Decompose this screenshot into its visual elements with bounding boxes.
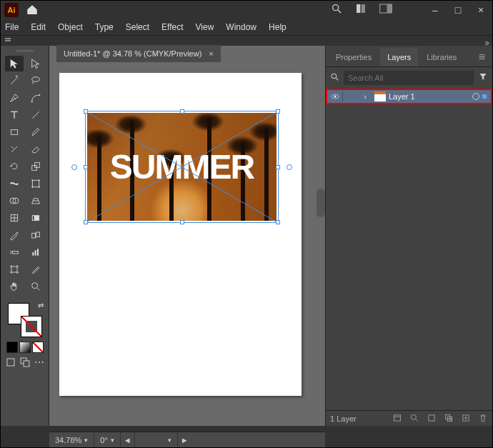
selection-handle[interactable] bbox=[180, 109, 184, 114]
svg-rect-24 bbox=[31, 233, 35, 238]
maximize-button[interactable]: □ bbox=[447, 1, 469, 19]
rotate-view-field[interactable]: 0°▾ bbox=[94, 432, 121, 447]
svg-rect-42 bbox=[394, 414, 400, 420]
disclosure-icon[interactable]: › bbox=[359, 92, 372, 101]
filter-icon[interactable] bbox=[478, 71, 488, 84]
stroke-swatch[interactable] bbox=[21, 316, 42, 337]
symbol-sprayer-tool[interactable] bbox=[5, 244, 24, 260]
shape-builder-tool[interactable] bbox=[5, 193, 24, 209]
selection-handle[interactable] bbox=[84, 109, 88, 114]
toolbar-grip[interactable] bbox=[16, 50, 34, 53]
eraser-tool[interactable] bbox=[26, 141, 45, 157]
content-grabber[interactable] bbox=[71, 164, 77, 170]
eyedropper-tool[interactable] bbox=[5, 227, 24, 243]
clipping-mask-icon[interactable] bbox=[427, 413, 437, 424]
minimize-button[interactable]: – bbox=[424, 1, 447, 19]
arrange-documents-icon[interactable] bbox=[355, 3, 367, 17]
layer-search-input[interactable] bbox=[344, 71, 474, 85]
selection-handle[interactable] bbox=[276, 165, 280, 169]
pen-tool[interactable] bbox=[5, 90, 24, 106]
color-mode-none[interactable] bbox=[32, 342, 44, 353]
shaper-tool[interactable] bbox=[5, 141, 24, 157]
mesh-tool[interactable] bbox=[5, 210, 24, 226]
dock-handle[interactable]: ›› bbox=[1, 36, 492, 44]
menu-object[interactable]: Object bbox=[58, 22, 83, 32]
rectangle-tool[interactable] bbox=[5, 124, 24, 140]
layer-name[interactable]: Layer 1 bbox=[389, 92, 415, 101]
vertical-scrollbar[interactable] bbox=[317, 189, 325, 217]
lasso-tool[interactable] bbox=[26, 73, 45, 89]
artboard-tool[interactable] bbox=[5, 262, 24, 277]
selection-handle[interactable] bbox=[276, 220, 280, 224]
home-icon[interactable] bbox=[26, 4, 39, 16]
tab-properties[interactable]: Properties bbox=[329, 48, 379, 66]
selection-tool[interactable] bbox=[5, 56, 24, 71]
draw-mode-behind[interactable] bbox=[19, 357, 31, 368]
line-segment-tool[interactable] bbox=[26, 107, 45, 123]
svg-rect-25 bbox=[36, 232, 39, 237]
layer-options-icon[interactable] bbox=[392, 413, 402, 424]
zoom-tool[interactable] bbox=[26, 279, 45, 294]
free-transform-tool[interactable] bbox=[26, 176, 45, 191]
new-layer-icon[interactable] bbox=[461, 413, 471, 424]
selection-bounding-box[interactable] bbox=[85, 111, 279, 223]
workspace-switch-icon[interactable] bbox=[379, 4, 392, 16]
svg-rect-30 bbox=[11, 267, 17, 272]
paintbrush-tool[interactable] bbox=[26, 124, 45, 140]
locate-object-icon[interactable] bbox=[409, 413, 419, 424]
zoom-field[interactable]: 34.78%▾ bbox=[49, 432, 94, 447]
search-icon[interactable] bbox=[331, 3, 342, 17]
menu-window[interactable]: Window bbox=[226, 22, 257, 32]
fill-stroke-swatches[interactable]: ⇄ bbox=[6, 302, 44, 339]
color-mode-gradient[interactable] bbox=[19, 342, 31, 353]
menu-view[interactable]: View bbox=[196, 22, 214, 32]
selection-handle[interactable] bbox=[180, 220, 184, 224]
selection-handle[interactable] bbox=[276, 109, 280, 114]
close-button[interactable]: × bbox=[469, 1, 492, 19]
type-tool[interactable] bbox=[5, 107, 24, 123]
color-mode-solid[interactable] bbox=[6, 342, 18, 353]
svg-point-7 bbox=[31, 101, 32, 102]
slice-tool[interactable] bbox=[26, 262, 45, 277]
app-badge: Ai bbox=[4, 3, 19, 17]
perspective-grid-tool[interactable] bbox=[26, 193, 45, 209]
swap-fill-stroke-icon[interactable]: ⇄ bbox=[38, 302, 44, 309]
selection-handle[interactable] bbox=[84, 165, 88, 169]
tab-libraries[interactable]: Libraries bbox=[419, 48, 464, 66]
hand-tool[interactable] bbox=[5, 279, 24, 294]
document-tab[interactable]: Untitled-1* @ 34.78 % (CMYK/Preview) × bbox=[56, 45, 221, 62]
scale-tool[interactable] bbox=[26, 159, 45, 174]
menu-effect[interactable]: Effect bbox=[161, 22, 183, 32]
draw-mode-normal[interactable] bbox=[5, 357, 16, 368]
visibility-icon[interactable] bbox=[327, 91, 343, 101]
menu-type[interactable]: Type bbox=[95, 22, 114, 32]
tab-layers[interactable]: Layers bbox=[380, 48, 418, 66]
artboard-prev-button[interactable]: ◄ bbox=[121, 432, 135, 447]
direct-selection-tool[interactable] bbox=[26, 56, 45, 71]
svg-rect-13 bbox=[32, 180, 39, 186]
selection-handle[interactable] bbox=[84, 220, 88, 224]
canvas-area[interactable]: SUMMER bbox=[49, 46, 325, 426]
content-grabber[interactable] bbox=[287, 164, 292, 170]
panel-menu-icon[interactable]: ≡ bbox=[476, 48, 488, 66]
column-graph-tool[interactable] bbox=[26, 244, 45, 260]
menu-file[interactable]: File bbox=[5, 22, 19, 32]
rotate-tool[interactable] bbox=[5, 159, 24, 174]
curvature-tool[interactable] bbox=[26, 90, 45, 106]
edit-toolbar-icon[interactable]: ⋯ bbox=[34, 357, 45, 368]
artboard-next-button[interactable]: ► bbox=[178, 432, 191, 447]
target-icon[interactable] bbox=[472, 93, 479, 100]
blend-tool[interactable] bbox=[26, 227, 45, 243]
width-tool[interactable] bbox=[5, 176, 24, 191]
selection-indicator[interactable] bbox=[482, 94, 487, 99]
delete-icon[interactable] bbox=[478, 413, 488, 424]
new-sublayer-icon[interactable] bbox=[444, 413, 454, 424]
menu-select[interactable]: Select bbox=[126, 22, 149, 32]
magic-wand-tool[interactable] bbox=[5, 73, 24, 89]
artboard-nav-field[interactable]: ▾ bbox=[135, 432, 178, 447]
gradient-tool[interactable] bbox=[26, 210, 45, 226]
menu-help[interactable]: Help bbox=[269, 22, 287, 32]
close-tab-icon[interactable]: × bbox=[209, 49, 213, 58]
layer-row[interactable]: › Layer 1 bbox=[326, 89, 492, 104]
menu-edit[interactable]: Edit bbox=[31, 22, 46, 32]
